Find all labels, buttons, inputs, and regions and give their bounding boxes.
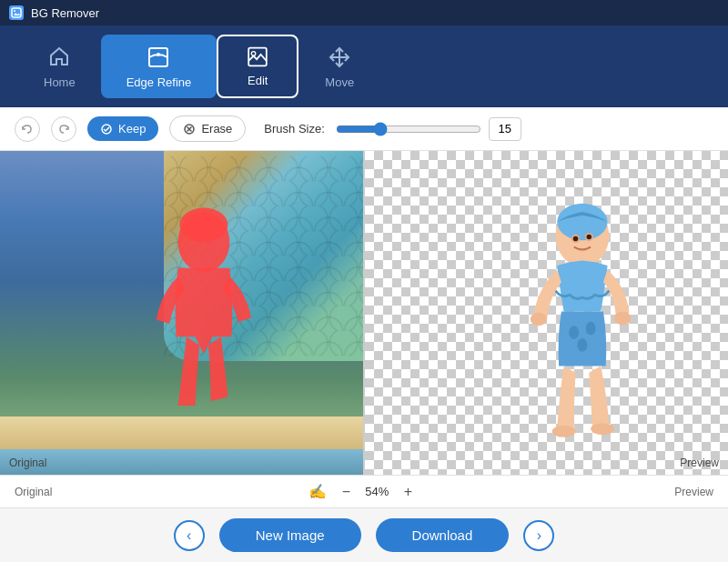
preview-label-static: Preview [674, 486, 713, 498]
svg-point-13 [179, 208, 228, 243]
brush-size-value: 15 [489, 117, 521, 141]
erase-button[interactable]: Erase [169, 115, 246, 142]
main-canvas-area: Original [0, 151, 728, 507]
undo-button[interactable] [15, 116, 40, 142]
brush-size-label: Brush Size: [264, 122, 324, 135]
nav-edit[interactable]: Edit [217, 35, 298, 98]
svg-point-23 [551, 426, 575, 437]
svg-rect-0 [12, 8, 21, 17]
svg-point-22 [577, 338, 587, 352]
new-image-button[interactable]: New Image [219, 518, 361, 552]
redo-button[interactable] [51, 116, 76, 142]
svg-point-20 [569, 326, 579, 339]
svg-rect-2 [149, 48, 167, 66]
original-label-static: Original [15, 486, 52, 498]
svg-point-24 [591, 423, 614, 435]
app-icon [9, 5, 24, 20]
svg-point-15 [557, 203, 607, 240]
nav-edge-refine[interactable]: Edge Refine [101, 35, 217, 98]
nav-home[interactable]: Home [18, 35, 101, 98]
zoom-controls: ✍ − 54% + [308, 482, 418, 502]
preview-label: Preview [680, 457, 719, 469]
original-panel[interactable]: Original [0, 151, 365, 475]
next-button[interactable]: › [523, 520, 554, 551]
nav-move[interactable]: Move [298, 35, 380, 98]
action-bar: ‹ New Image Download › [0, 507, 728, 562]
toolbar: Keep Erase Brush Size: 15 [0, 107, 728, 151]
svg-point-26 [613, 311, 630, 325]
download-button[interactable]: Download [376, 518, 510, 552]
prev-button[interactable]: ‹ [174, 520, 205, 551]
title-bar: BG Remover [0, 0, 728, 25]
svg-point-25 [530, 312, 546, 326]
svg-point-19 [586, 235, 592, 240]
brush-size-slider[interactable] [336, 122, 481, 136]
preview-panel[interactable]: Preview [365, 151, 728, 475]
zoom-out-button[interactable]: − [336, 482, 356, 502]
keep-button[interactable]: Keep [87, 116, 158, 141]
svg-point-18 [572, 236, 578, 241]
hand-cursor-icon[interactable]: ✍ [308, 483, 327, 500]
app-title: BG Remover [31, 6, 99, 20]
original-label: Original [9, 457, 46, 469]
zoom-in-button[interactable]: + [398, 482, 418, 502]
brush-size-control: 15 [336, 117, 521, 141]
header-nav: Home Edge Refine Edit Move [0, 25, 728, 107]
status-bar: Original ✍ − 54% + Preview [0, 475, 728, 507]
canvas-container: Original [0, 151, 728, 475]
svg-point-21 [585, 321, 595, 335]
svg-point-1 [14, 10, 15, 12]
svg-point-3 [157, 53, 160, 56]
zoom-level: 54% [365, 485, 389, 498]
